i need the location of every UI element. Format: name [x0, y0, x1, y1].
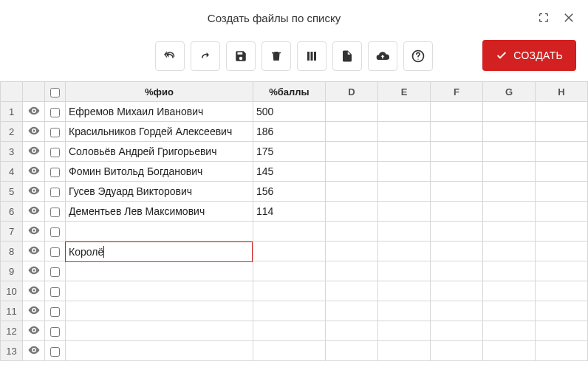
- cell-empty[interactable]: [483, 241, 536, 261]
- select-cell[interactable]: [45, 241, 66, 261]
- cell-empty[interactable]: [536, 341, 588, 361]
- cell-score[interactable]: 114: [253, 202, 326, 222]
- cell-empty[interactable]: [536, 142, 588, 162]
- visibility-cell[interactable]: [23, 341, 45, 361]
- cell-empty[interactable]: [378, 261, 431, 281]
- cell-fio[interactable]: Дементьев Лев Максимович: [66, 202, 253, 222]
- cell-empty[interactable]: [431, 182, 483, 202]
- cell-empty[interactable]: [431, 222, 483, 241]
- row-checkbox[interactable]: [50, 188, 60, 197]
- cell-empty[interactable]: [431, 341, 483, 361]
- row-number[interactable]: 7: [1, 222, 23, 241]
- cell-empty[interactable]: [326, 321, 378, 341]
- select-cell[interactable]: [45, 122, 66, 142]
- cell-empty[interactable]: [326, 202, 378, 222]
- cell-score[interactable]: [253, 222, 326, 241]
- select-cell[interactable]: [45, 321, 66, 341]
- visibility-cell[interactable]: [23, 222, 45, 241]
- row-checkbox[interactable]: [50, 108, 60, 117]
- cell-empty[interactable]: [431, 202, 483, 222]
- row-checkbox[interactable]: [50, 148, 60, 157]
- select-all-checkbox[interactable]: [50, 88, 60, 97]
- cell-empty[interactable]: [483, 222, 536, 241]
- row-number[interactable]: 10: [1, 281, 23, 301]
- column-header-f[interactable]: F: [431, 82, 483, 102]
- cell-empty[interactable]: [326, 341, 378, 361]
- cell-empty[interactable]: [431, 281, 483, 301]
- cell-empty[interactable]: [431, 321, 483, 341]
- visibility-cell[interactable]: [23, 142, 45, 162]
- visibility-icon[interactable]: [27, 144, 41, 157]
- cell-score[interactable]: 186: [253, 122, 326, 142]
- cell-empty[interactable]: [326, 182, 378, 202]
- visibility-icon[interactable]: [27, 184, 41, 197]
- visibility-icon[interactable]: [27, 164, 41, 177]
- row-checkbox[interactable]: [50, 287, 60, 297]
- cell-empty[interactable]: [326, 261, 378, 281]
- cell-empty[interactable]: [483, 102, 536, 122]
- visibility-cell[interactable]: [23, 122, 45, 142]
- visibility-cell[interactable]: [23, 301, 45, 321]
- cell-empty[interactable]: [483, 142, 536, 162]
- redo-button[interactable]: [191, 41, 220, 71]
- cell-empty[interactable]: [483, 261, 536, 281]
- row-number[interactable]: 1: [1, 102, 23, 122]
- visibility-column-header[interactable]: [23, 82, 45, 102]
- cell-fio[interactable]: [66, 301, 253, 321]
- select-cell[interactable]: [45, 162, 66, 182]
- select-cell[interactable]: [45, 281, 66, 301]
- row-checkbox[interactable]: [50, 347, 60, 357]
- row-number[interactable]: 13: [1, 341, 23, 361]
- cell-empty[interactable]: [536, 182, 588, 202]
- row-number[interactable]: 12: [1, 321, 23, 341]
- cell-empty[interactable]: [483, 301, 536, 321]
- row-number[interactable]: 8: [1, 241, 23, 261]
- cell-empty[interactable]: [483, 182, 536, 202]
- cell-empty[interactable]: [378, 182, 431, 202]
- cell-empty[interactable]: [483, 281, 536, 301]
- visibility-icon[interactable]: [27, 204, 41, 217]
- cell-empty[interactable]: [326, 142, 378, 162]
- visibility-cell[interactable]: [23, 102, 45, 122]
- cell-fio[interactable]: Ефремов Михаил Иванович: [66, 102, 253, 122]
- column-header-g[interactable]: G: [483, 82, 536, 102]
- visibility-cell[interactable]: [23, 241, 45, 261]
- visibility-icon[interactable]: [27, 264, 41, 277]
- cell-empty[interactable]: [326, 102, 378, 122]
- cell-empty[interactable]: [378, 281, 431, 301]
- cell-fio[interactable]: [66, 222, 253, 241]
- cell-empty[interactable]: [378, 321, 431, 341]
- visibility-cell[interactable]: [23, 202, 45, 222]
- cell-empty[interactable]: [431, 162, 483, 182]
- visibility-cell[interactable]: [23, 162, 45, 182]
- visibility-icon[interactable]: [27, 224, 41, 237]
- cell-empty[interactable]: [326, 222, 378, 241]
- visibility-icon[interactable]: [27, 343, 41, 357]
- cell-score[interactable]: [253, 321, 326, 341]
- cell-fio[interactable]: [66, 321, 253, 341]
- column-header-e[interactable]: E: [378, 82, 431, 102]
- cell-empty[interactable]: [326, 162, 378, 182]
- help-button[interactable]: [403, 41, 433, 71]
- visibility-cell[interactable]: [23, 182, 45, 202]
- column-header-h[interactable]: H: [536, 82, 588, 102]
- cell-score[interactable]: [253, 341, 326, 361]
- cell-empty[interactable]: [326, 281, 378, 301]
- select-cell[interactable]: [45, 182, 66, 202]
- cell-score[interactable]: 145: [253, 162, 326, 182]
- grid[interactable]: %фио %баллы D E F G H 1 Ефремов Михаил И…: [0, 81, 588, 361]
- corner-cell[interactable]: [1, 82, 23, 102]
- save-button[interactable]: [226, 41, 256, 71]
- cell-empty[interactable]: [431, 241, 483, 261]
- cell-score[interactable]: [253, 241, 326, 261]
- row-number[interactable]: 5: [1, 182, 23, 202]
- cell-empty[interactable]: [431, 102, 483, 122]
- visibility-icon[interactable]: [27, 304, 41, 317]
- cell-empty[interactable]: [378, 122, 431, 142]
- select-cell[interactable]: [45, 222, 66, 241]
- cell-empty[interactable]: [536, 102, 588, 122]
- cell-empty[interactable]: [378, 202, 431, 222]
- cell-empty[interactable]: [483, 162, 536, 182]
- row-checkbox[interactable]: [50, 168, 60, 177]
- row-number[interactable]: 2: [1, 122, 23, 142]
